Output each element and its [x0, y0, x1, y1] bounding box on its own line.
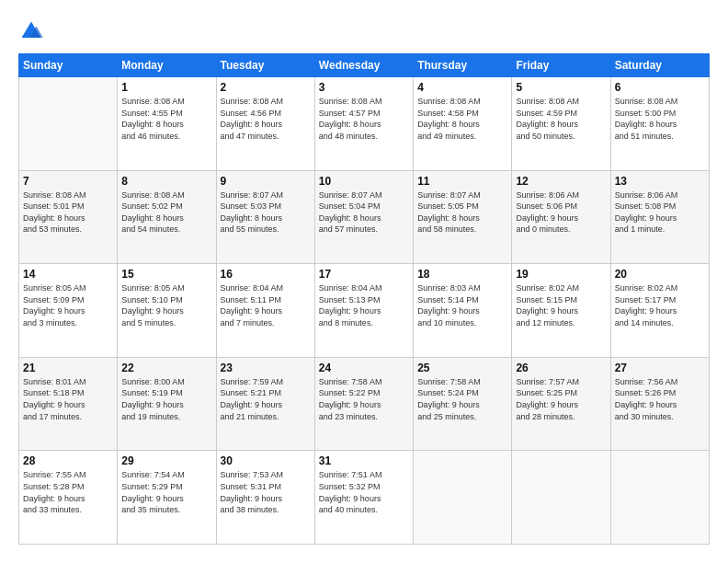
day-info: Sunrise: 8:06 AM Sunset: 5:06 PM Dayligh… [516, 190, 606, 236]
day-info: Sunrise: 8:08 AM Sunset: 4:56 PM Dayligh… [221, 96, 311, 142]
calendar-cell [610, 451, 709, 545]
day-number: 18 [417, 268, 507, 281]
calendar-cell: 29Sunrise: 7:54 AM Sunset: 5:29 PM Dayli… [118, 451, 216, 545]
calendar-cell: 16Sunrise: 8:04 AM Sunset: 5:11 PM Dayli… [216, 264, 314, 358]
day-number: 26 [516, 362, 606, 374]
calendar-cell: 21Sunrise: 8:01 AM Sunset: 5:18 PM Dayli… [19, 357, 118, 451]
calendar-cell: 19Sunrise: 8:02 AM Sunset: 5:15 PM Dayli… [512, 264, 610, 358]
day-info: Sunrise: 7:59 AM Sunset: 5:21 PM Dayligh… [221, 376, 311, 422]
calendar-cell [512, 451, 610, 545]
day-number: 3 [319, 81, 409, 94]
weekday-header: Monday [118, 54, 216, 77]
page: SundayMondayTuesdayWednesdayThursdayFrid… [0, 0, 728, 563]
day-number: 29 [121, 454, 211, 467]
calendar-cell: 13Sunrise: 8:06 AM Sunset: 5:08 PM Dayli… [610, 170, 709, 264]
day-info: Sunrise: 7:55 AM Sunset: 5:28 PM Dayligh… [23, 469, 113, 515]
calendar-cell: 3Sunrise: 8:08 AM Sunset: 4:57 PM Daylig… [314, 77, 413, 171]
weekday-header: Wednesday [314, 54, 413, 77]
calendar-week-row: 7Sunrise: 8:08 AM Sunset: 5:01 PM Daylig… [19, 170, 710, 264]
calendar-cell: 7Sunrise: 8:08 AM Sunset: 5:01 PM Daylig… [19, 170, 118, 264]
calendar-cell: 20Sunrise: 8:02 AM Sunset: 5:17 PM Dayli… [610, 264, 709, 358]
day-number: 11 [417, 175, 507, 188]
calendar: SundayMondayTuesdayWednesdayThursdayFrid… [18, 53, 710, 545]
weekday-header: Thursday [414, 54, 512, 77]
day-info: Sunrise: 7:58 AM Sunset: 5:22 PM Dayligh… [319, 376, 409, 422]
day-number: 13 [615, 175, 705, 188]
weekday-header: Friday [512, 54, 610, 77]
day-number: 1 [121, 81, 211, 94]
day-number: 5 [516, 81, 606, 94]
calendar-cell [414, 451, 512, 545]
day-number: 14 [23, 268, 113, 281]
calendar-cell [19, 77, 118, 171]
day-info: Sunrise: 8:08 AM Sunset: 5:02 PM Dayligh… [121, 190, 211, 236]
day-number: 2 [221, 81, 311, 94]
day-info: Sunrise: 8:02 AM Sunset: 5:17 PM Dayligh… [615, 282, 705, 328]
day-info: Sunrise: 8:04 AM Sunset: 5:11 PM Dayligh… [221, 282, 311, 328]
calendar-cell: 12Sunrise: 8:06 AM Sunset: 5:06 PM Dayli… [512, 170, 610, 264]
calendar-cell: 9Sunrise: 8:07 AM Sunset: 5:03 PM Daylig… [216, 170, 314, 264]
day-info: Sunrise: 7:56 AM Sunset: 5:26 PM Dayligh… [615, 376, 705, 422]
day-number: 20 [615, 268, 705, 281]
day-info: Sunrise: 8:01 AM Sunset: 5:18 PM Dayligh… [23, 376, 113, 422]
calendar-cell: 10Sunrise: 8:07 AM Sunset: 5:04 PM Dayli… [314, 170, 413, 264]
day-number: 16 [221, 268, 311, 281]
calendar-cell: 27Sunrise: 7:56 AM Sunset: 5:26 PM Dayli… [610, 357, 709, 451]
calendar-cell: 5Sunrise: 8:08 AM Sunset: 4:59 PM Daylig… [512, 77, 610, 171]
calendar-cell: 28Sunrise: 7:55 AM Sunset: 5:28 PM Dayli… [19, 451, 118, 545]
calendar-cell: 30Sunrise: 7:53 AM Sunset: 5:31 PM Dayli… [216, 451, 314, 545]
calendar-cell: 1Sunrise: 8:08 AM Sunset: 4:55 PM Daylig… [118, 77, 216, 171]
day-number: 8 [121, 175, 211, 188]
calendar-cell: 31Sunrise: 7:51 AM Sunset: 5:32 PM Dayli… [314, 451, 413, 545]
day-number: 30 [221, 454, 311, 467]
calendar-cell: 25Sunrise: 7:58 AM Sunset: 5:24 PM Dayli… [414, 357, 512, 451]
day-number: 9 [221, 175, 311, 188]
day-number: 17 [319, 268, 409, 281]
day-number: 19 [516, 268, 606, 281]
day-number: 25 [417, 362, 507, 374]
day-number: 4 [417, 81, 507, 94]
calendar-cell: 24Sunrise: 7:58 AM Sunset: 5:22 PM Dayli… [314, 357, 413, 451]
day-info: Sunrise: 8:04 AM Sunset: 5:13 PM Dayligh… [319, 282, 409, 328]
calendar-cell: 18Sunrise: 8:03 AM Sunset: 5:14 PM Dayli… [414, 264, 512, 358]
day-info: Sunrise: 8:02 AM Sunset: 5:15 PM Dayligh… [516, 282, 606, 328]
weekday-header: Sunday [19, 54, 118, 77]
day-info: Sunrise: 8:08 AM Sunset: 4:59 PM Dayligh… [516, 96, 606, 142]
day-info: Sunrise: 8:07 AM Sunset: 5:05 PM Dayligh… [417, 190, 507, 236]
day-info: Sunrise: 7:53 AM Sunset: 5:31 PM Dayligh… [221, 469, 311, 515]
day-info: Sunrise: 8:08 AM Sunset: 5:01 PM Dayligh… [23, 190, 113, 236]
calendar-cell: 14Sunrise: 8:05 AM Sunset: 5:09 PM Dayli… [19, 264, 118, 358]
day-number: 12 [516, 175, 606, 188]
calendar-cell: 6Sunrise: 8:08 AM Sunset: 5:00 PM Daylig… [610, 77, 709, 171]
calendar-cell: 2Sunrise: 8:08 AM Sunset: 4:56 PM Daylig… [216, 77, 314, 171]
calendar-cell: 11Sunrise: 8:07 AM Sunset: 5:05 PM Dayli… [414, 170, 512, 264]
day-info: Sunrise: 8:07 AM Sunset: 5:04 PM Dayligh… [319, 190, 409, 236]
calendar-week-row: 21Sunrise: 8:01 AM Sunset: 5:18 PM Dayli… [19, 357, 710, 451]
logo [18, 18, 48, 44]
day-info: Sunrise: 8:08 AM Sunset: 4:55 PM Dayligh… [121, 96, 211, 142]
day-number: 10 [319, 175, 409, 188]
weekday-header: Saturday [610, 54, 709, 77]
calendar-cell: 15Sunrise: 8:05 AM Sunset: 5:10 PM Dayli… [118, 264, 216, 358]
calendar-cell: 8Sunrise: 8:08 AM Sunset: 5:02 PM Daylig… [118, 170, 216, 264]
calendar-week-row: 1Sunrise: 8:08 AM Sunset: 4:55 PM Daylig… [19, 77, 710, 171]
day-number: 15 [121, 268, 211, 281]
day-info: Sunrise: 8:08 AM Sunset: 5:00 PM Dayligh… [615, 96, 705, 142]
day-number: 28 [23, 454, 113, 467]
calendar-week-row: 14Sunrise: 8:05 AM Sunset: 5:09 PM Dayli… [19, 264, 710, 358]
calendar-cell: 17Sunrise: 8:04 AM Sunset: 5:13 PM Dayli… [314, 264, 413, 358]
weekday-header: Tuesday [216, 54, 314, 77]
calendar-cell: 26Sunrise: 7:57 AM Sunset: 5:25 PM Dayli… [512, 357, 610, 451]
day-info: Sunrise: 7:57 AM Sunset: 5:25 PM Dayligh… [516, 376, 606, 422]
calendar-cell: 23Sunrise: 7:59 AM Sunset: 5:21 PM Dayli… [216, 357, 314, 451]
day-info: Sunrise: 7:51 AM Sunset: 5:32 PM Dayligh… [319, 469, 409, 515]
day-number: 21 [23, 362, 113, 374]
day-info: Sunrise: 8:08 AM Sunset: 4:57 PM Dayligh… [319, 96, 409, 142]
day-info: Sunrise: 8:05 AM Sunset: 5:09 PM Dayligh… [23, 282, 113, 328]
day-number: 24 [319, 362, 409, 374]
logo-icon [18, 18, 44, 44]
day-info: Sunrise: 8:07 AM Sunset: 5:03 PM Dayligh… [221, 190, 311, 236]
day-info: Sunrise: 8:05 AM Sunset: 5:10 PM Dayligh… [121, 282, 211, 328]
day-info: Sunrise: 7:54 AM Sunset: 5:29 PM Dayligh… [121, 469, 211, 515]
day-number: 31 [319, 454, 409, 467]
